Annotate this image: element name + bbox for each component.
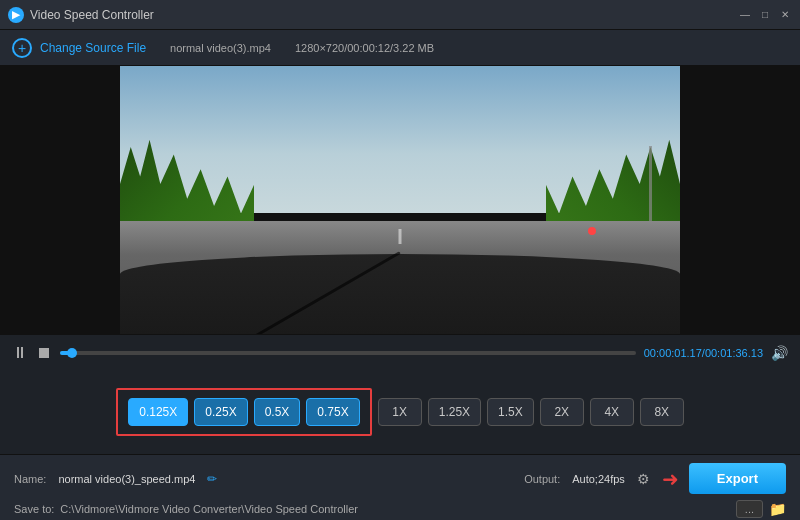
save-to-label: Save to:	[14, 503, 54, 515]
edit-filename-icon[interactable]: ✏	[207, 472, 217, 486]
folder-icon[interactable]: 📁	[769, 501, 786, 517]
window-controls: — □ ✕	[738, 8, 792, 22]
close-button[interactable]: ✕	[778, 8, 792, 22]
toolbar: + Change Source File normal video(3).mp4…	[0, 30, 800, 66]
speed-btn-15x[interactable]: 1.5X	[487, 398, 534, 426]
play-pause-button[interactable]: ⏸	[12, 344, 28, 362]
marker-dot	[588, 227, 596, 235]
name-label: Name:	[14, 473, 46, 485]
speed-btn-2x[interactable]: 2X	[540, 398, 584, 426]
speed-btn-025x[interactable]: 0.25X	[194, 398, 247, 426]
add-source-icon[interactable]: +	[12, 38, 32, 58]
minimize-button[interactable]: —	[738, 8, 752, 22]
settings-icon[interactable]: ⚙	[637, 471, 650, 487]
change-source-button[interactable]: Change Source File	[40, 41, 146, 55]
speed-section: 0.125X 0.25X 0.5X 0.75X 1X 1.25X 1.5X 2X…	[0, 370, 800, 454]
speed-btn-125x[interactable]: 1.25X	[428, 398, 481, 426]
speed-btn-4x[interactable]: 4X	[590, 398, 634, 426]
speed-btn-0125x[interactable]: 0.125X	[128, 398, 188, 426]
bottom-bar: Name: normal video(3)_speed.mp4 ✏ Output…	[0, 454, 800, 520]
bottom-row-1: Name: normal video(3)_speed.mp4 ✏ Output…	[14, 463, 786, 494]
speed-buttons-group: 0.125X 0.25X 0.5X 0.75X 1X 1.25X 1.5X 2X…	[0, 378, 800, 446]
video-preview	[120, 66, 680, 334]
output-filename: normal video(3)_speed.mp4	[58, 473, 195, 485]
bottom-row-2: Save to: C:\Vidmore\Vidmore Video Conver…	[14, 500, 786, 518]
export-button[interactable]: Export	[689, 463, 786, 494]
highlighted-speed-group: 0.125X 0.25X 0.5X 0.75X	[116, 388, 371, 436]
file-meta: 1280×720/00:00:12/3.22 MB	[295, 42, 434, 54]
speed-btn-1x[interactable]: 1X	[378, 398, 422, 426]
export-arrow-icon: ➜	[662, 467, 679, 491]
stop-button[interactable]: ⏹	[36, 344, 52, 362]
app-icon: ▶	[8, 7, 24, 23]
dashboard	[120, 254, 680, 334]
browse-button[interactable]: ...	[736, 500, 763, 518]
progress-dot	[67, 348, 77, 358]
time-display: 00:00:01.17/00:01:36.13	[644, 347, 763, 359]
speed-btn-05x[interactable]: 0.5X	[254, 398, 301, 426]
speed-btn-075x[interactable]: 0.75X	[306, 398, 359, 426]
app-title: Video Speed Controller	[30, 8, 738, 22]
file-name: normal video(3).mp4	[170, 42, 271, 54]
export-wrap: ➜ Export	[662, 463, 786, 494]
maximize-button[interactable]: □	[758, 8, 772, 22]
player-controls: ⏸ ⏹ 00:00:01.17/00:01:36.13 🔊	[0, 334, 800, 370]
save-path-display: C:\Vidmore\Vidmore Video Converter\Video…	[60, 503, 729, 515]
progress-bar[interactable]	[60, 351, 636, 355]
output-label: Output:	[524, 473, 560, 485]
title-bar: ▶ Video Speed Controller — □ ✕	[0, 0, 800, 30]
speed-btn-8x[interactable]: 8X	[640, 398, 684, 426]
volume-icon[interactable]: 🔊	[771, 345, 788, 361]
output-value: Auto;24fps	[572, 473, 625, 485]
video-area	[0, 66, 800, 334]
